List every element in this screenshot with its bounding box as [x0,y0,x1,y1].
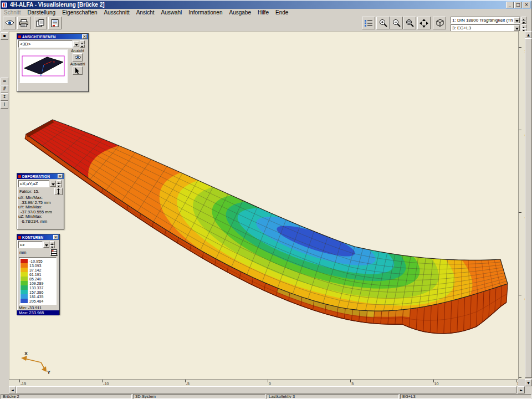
cube-3d-icon [434,18,445,28]
menu-hilfe[interactable]: Hilfe [254,9,272,16]
fit-tool-button[interactable]: ↕ [1,93,8,101]
scroll-down-button[interactable]: ▼ [525,379,532,386]
deformation-combo[interactable]: uX,uY,uZ [18,180,49,187]
norm-combo[interactable]: 1: DIN 18800 Tragfähigkeit (Th [451,17,520,24]
panel-konturen-close-button[interactable]: × [53,235,58,239]
menu-eigenschaften[interactable]: Eigenschaften [59,9,100,16]
legend-swatch [21,294,28,299]
legend-swatch [21,272,28,277]
ansicht-view-button[interactable] [73,53,83,62]
legend-value: 133.337 [29,286,43,290]
view-combo[interactable]: <3D> [18,40,73,48]
report-button[interactable] [48,17,62,29]
legend-row: 181.435 [21,294,55,299]
zoom-in-icon [379,19,387,27]
panel-icon [18,175,21,178]
status-cell-1: 3D-System [133,394,265,399]
view-3d-box-button[interactable] [433,17,446,29]
norm-combo-value: 1: DIN 18800 Tragfähigkeit (Th [451,18,514,23]
deformation-combo-spinner[interactable] [57,180,62,187]
view-thumbnail-plate: X Z [19,49,67,83]
titlebar[interactable]: 4H-ALFA - Visualisierung [Brücke 2] _ □ … [1,1,531,9]
scroll-left-button[interactable]: ◄ [9,386,16,393]
view-eye-button[interactable] [3,17,16,29]
legend-swatch [21,285,28,290]
print-button[interactable] [17,17,30,29]
panel-ansicht-close-button[interactable]: × [82,34,87,39]
view-combo-spinner[interactable] [80,40,85,48]
loadcase-combo-arrow[interactable] [514,25,520,31]
legend-value: 37.142 [29,268,41,272]
deformation-apply-button[interactable] [54,188,63,195]
ruler-tick [519,295,521,295]
grid-tool-button[interactable]: # [1,85,8,93]
zoom-out-button[interactable] [390,17,403,29]
app-window: 4H-ALFA - Visualisierung [Brücke 2] _ □ … [0,0,532,399]
viewport[interactable]: XY ANSICHT/EBENEN × <3D> [9,31,518,379]
ruler-tick [516,380,516,382]
legend-value: 61.191 [29,273,41,277]
maximize-button[interactable]: □ [514,2,522,8]
menu-ausschnitt[interactable]: Ausschnitt [101,9,133,16]
close-button[interactable]: × [523,2,530,8]
konturen-combo-arrow[interactable] [43,242,49,248]
zoom-in-button[interactable] [376,17,390,29]
printer-icon [19,19,28,27]
menu-schnitt: Schnitt [1,9,24,16]
view-combo-arrow[interactable] [73,41,79,47]
levels-button[interactable] [362,17,375,29]
minimize-button[interactable]: _ [506,2,514,8]
konturen-combo-spinner[interactable] [50,241,55,248]
legend-value: 85.240 [29,277,41,281]
view-thumbnail[interactable]: X Z [19,49,68,83]
menu-darstellung[interactable]: Darstellung [24,9,59,16]
panel-ansicht-titlebar[interactable]: ANSICHT/EBENEN × [17,34,88,39]
ruler-tick [19,380,20,382]
pages-icon [36,19,45,27]
app-icon [2,2,8,8]
scroll-up-button[interactable]: ▲ [525,31,532,38]
horizontal-scroll-thumb[interactable] [16,386,516,393]
panel-ansicht: ANSICHT/EBENEN × <3D> X [17,33,89,92]
panel-deformation-titlebar[interactable]: DEFORMATION × [17,173,64,179]
palette-grid-icon [51,249,57,255]
vertical-scroll-thumb[interactable] [525,38,532,378]
ruler-label: -15 [21,382,26,386]
pages-button[interactable] [34,17,47,29]
menu-auswahl[interactable]: Auswahl [158,9,186,16]
legend-swatch [21,299,28,303]
horizontal-scrollbar[interactable]: ◄ ► [9,386,525,393]
ansicht-select-label: Aus-wahl [70,62,85,66]
scroll-right-button[interactable]: ► [518,386,525,393]
panel-konturen-titlebar[interactable]: KONTUREN × [17,234,59,240]
ansicht-select-button[interactable] [73,66,83,75]
legend-row: 13.093 [21,263,55,268]
levels-icon [364,19,373,27]
legend-value: 13.093 [29,264,41,268]
norm-combo-spinner[interactable] [521,17,526,24]
menu-ausgabe[interactable]: Ausgabe [226,9,254,16]
legend-row: 109.289 [21,281,55,285]
menu-ansicht[interactable]: Ansicht [133,9,158,16]
status-cell-0: Brücke 2 [1,394,132,399]
menu-informationen[interactable]: Informationen [185,9,226,16]
zoom-window-button[interactable] [403,17,416,29]
edit-tool-button[interactable]: ▪ [1,32,8,40]
pan-rotate-pad[interactable] [417,17,431,29]
left-toolbar: ▪ ≡ # ↕ i [0,31,9,393]
konturen-combo[interactable]: uz [18,241,43,248]
zoom-window-icon [406,19,414,27]
view-button-icon [74,55,81,60]
vertical-scrollbar[interactable]: ▲ ▼ [525,31,532,386]
info-tool-button[interactable]: i [1,101,8,109]
norm-combo-arrow[interactable] [514,17,520,23]
toolbar: 1: DIN 18800 Tragfähigkeit (Th 3: EG+L3 [1,16,531,31]
deformation-combo-arrow[interactable] [50,181,56,187]
konturen-settings-button[interactable] [50,249,58,256]
legend-swatch [21,281,28,285]
menu-ende[interactable]: Ende [272,9,291,16]
panel-deformation-close-button[interactable]: × [58,174,63,178]
legend-row: 157.386 [21,290,55,294]
vertical-ruler: 1050-5-10 [518,31,525,379]
layer-tool-button[interactable]: ≡ [1,78,8,85]
